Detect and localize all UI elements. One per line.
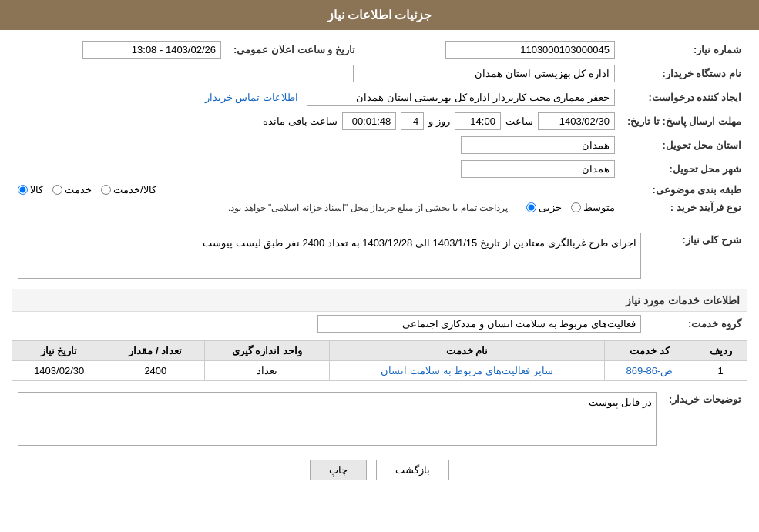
shahr-value: همدان <box>12 157 621 181</box>
tabaqe-kala-label: کالا <box>30 184 43 196</box>
col-radif: ردیف <box>694 341 747 361</box>
shahr-label: شهر محل تحویل: <box>621 157 747 181</box>
services-table: ردیف کد خدمت نام خدمت واحد اندازه گیری ت… <box>12 340 747 381</box>
tabaqe-label: طبقه بندی موضوعی: <box>621 181 747 199</box>
ijad-value: جعفر معماری محب کاربردار اداره کل بهزیست… <box>12 85 621 109</box>
page-header: جزئیات اطلاعات نیاز <box>0 0 759 30</box>
col-tarikh: تاریخ نیاز <box>12 341 106 361</box>
col-code: کد خدمت <box>605 341 694 361</box>
tabaqe-kala-radio[interactable] <box>18 185 28 195</box>
table-row: 1 ص-86-869 سایر فعالیت‌های مربوط به سلام… <box>12 361 747 381</box>
name-dastgah-input: اداره کل بهزیستی استان همدان <box>353 65 615 82</box>
name-dastgah-value: اداره کل بهزیستی استان همدان <box>12 62 621 85</box>
name-value: سایر فعالیت‌های مربوط به سلامت انسان <box>381 365 552 376</box>
farayand-motavasset-radio[interactable] <box>571 202 581 212</box>
tabaqe-kala-item[interactable]: کالا <box>18 184 43 196</box>
ostan-value: همدان <box>12 133 621 157</box>
mohlat-saat-label: ساعت <box>505 115 533 127</box>
cell-tedad: 2400 <box>106 361 205 381</box>
farayand-jozi-label: جزیی <box>539 202 562 213</box>
tabaqe-kala-khedmat-radio[interactable] <box>101 185 111 195</box>
sharh-text: اجرای طرح غربالگری معتادین از تاریخ 1403… <box>203 237 636 249</box>
shomare-niaz-label: شماره نیاز: <box>621 38 747 62</box>
farayand-note: پرداخت تمام یا بخشی از مبلغ خریداز محل "… <box>228 202 508 213</box>
tabaqe-kala-khedmat-item[interactable]: کالا/خدمت <box>101 184 156 196</box>
page-wrapper: جزئیات اطلاعات نیاز شماره نیاز: 11030001… <box>0 0 759 532</box>
col-tedad: تعداد / مقدار <box>106 341 205 361</box>
farayand-label: نوع فرآیند خرید : <box>621 199 747 216</box>
goroh-input: فعالیت‌های مربوط به سلامت انسان و مددکار… <box>317 315 641 333</box>
farayand-row: جزیی متوسط پرداخت تمام یا بخشی از مبلغ خ… <box>12 199 621 216</box>
button-row: بازگشت چاپ <box>12 460 747 480</box>
shahr-input: همدان <box>461 160 615 178</box>
mohlat-baqi-label: ساعت باقی مانده <box>263 115 338 127</box>
mohlat-row: 1403/02/30 ساعت 14:00 روز و 4 00:01:48 س… <box>12 109 621 133</box>
tosif-input: در فایل پیوست <box>18 392 657 446</box>
tarikhe-ilan-value: 1403/02/26 - 13:08 <box>12 38 227 62</box>
mohlat-label: مهلت ارسال پاسخ: تا تاریخ: <box>621 109 747 133</box>
tosif-label: توضیحات خریدار: <box>663 389 747 449</box>
ostan-label: استان محل تحویل: <box>621 133 747 157</box>
tosif-section: توضیحات خریدار: در فایل پیوست <box>12 389 747 449</box>
tabaqe-options: کالا خدمت کالا/خدمت <box>12 181 621 199</box>
cell-radif: 1 <box>694 361 747 381</box>
tosif-value: در فایل پیوست <box>12 389 663 449</box>
back-button[interactable]: بازگشت <box>376 460 449 480</box>
cell-unit: تعداد <box>205 361 329 381</box>
mohlat-rooz-input: 4 <box>401 112 424 130</box>
shomare-niaz-input: 1103000103000045 <box>445 41 615 59</box>
shomare-niaz-value: 1103000103000045 <box>361 38 621 62</box>
tarikhe-ilan-label: تاریخ و ساعت اعلان عمومی: <box>227 38 361 62</box>
tarikhe-ilan-input: 1403/02/26 - 13:08 <box>82 41 221 59</box>
tabaqe-kala-khedmat-label: کالا/خدمت <box>113 184 156 196</box>
cell-tarikh: 1403/02/30 <box>12 361 106 381</box>
code-link[interactable]: ص-86-869 <box>626 365 673 376</box>
name-dastgah-label: نام دستگاه خریدار: <box>621 62 747 85</box>
farayand-motavasset-item[interactable]: متوسط <box>571 202 615 213</box>
page-title: جزئیات اطلاعات نیاز <box>327 8 432 22</box>
khadamat-section-title: اطلاعات خدمات مورد نیاز <box>12 289 747 312</box>
sharh-input: اجرای طرح غربالگری معتادین از تاریخ 1403… <box>18 233 641 279</box>
goroh-label: گروه خدمت: <box>647 312 747 336</box>
tabaqe-khedmat-item[interactable]: خدمت <box>52 184 92 196</box>
farayand-jozi-item[interactable]: جزیی <box>526 202 562 213</box>
ostan-input: همدان <box>461 136 615 154</box>
col-name: نام خدمت <box>329 341 605 361</box>
info-section: شماره نیاز: 1103000103000045 تاریخ و ساع… <box>12 38 747 216</box>
goroh-section: گروه خدمت: فعالیت‌های مربوط به سلامت انس… <box>12 312 747 336</box>
mohlat-date-input: 1403/02/30 <box>538 112 615 130</box>
farayand-motavasset-label: متوسط <box>583 202 615 213</box>
col-unit: واحد اندازه گیری <box>205 341 329 361</box>
main-content: شماره نیاز: 1103000103000045 تاریخ و ساع… <box>0 30 759 499</box>
ijad-label: ایجاد کننده درخواست: <box>621 85 747 109</box>
sharh-label: شرح کلی نیاز: <box>647 229 747 282</box>
tabaqe-khedmat-label: خدمت <box>65 184 92 196</box>
mohlat-saat-input: 14:00 <box>455 112 501 130</box>
mohlat-baqi-input: 00:01:48 <box>342 112 396 130</box>
sharh-value: اجرای طرح غربالگری معتادین از تاریخ 1403… <box>12 229 647 282</box>
sharh-section: شرح کلی نیاز: اجرای طرح غربالگری معتادین… <box>12 229 747 282</box>
goroh-value: فعالیت‌های مربوط به سلامت انسان و مددکار… <box>12 312 647 336</box>
ijad-link[interactable]: اطلاعات تماس خریدار <box>205 92 298 103</box>
ijad-input: جعفر معماری محب کاربردار اداره کل بهزیست… <box>307 89 615 106</box>
mohlat-rooz-label: روز و <box>428 115 450 127</box>
farayand-jozi-radio[interactable] <box>526 202 536 212</box>
print-button[interactable]: چاپ <box>310 460 367 480</box>
cell-name: سایر فعالیت‌های مربوط به سلامت انسان <box>329 361 605 381</box>
tabaqe-khedmat-radio[interactable] <box>52 185 62 195</box>
cell-code: ص-86-869 <box>605 361 694 381</box>
divider-1 <box>12 223 747 223</box>
tosif-text: در فایل پیوست <box>589 396 652 408</box>
